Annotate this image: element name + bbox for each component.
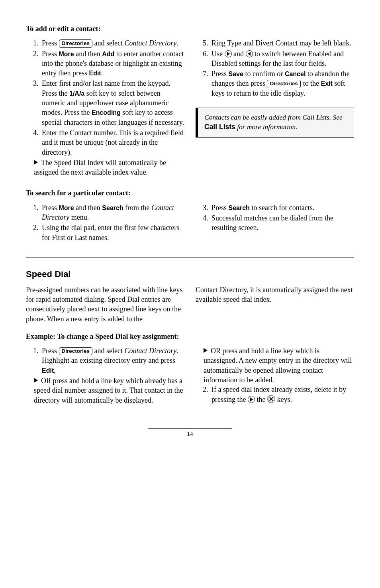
- sd-right-tri: OR press and hold a line key which is un…: [201, 346, 354, 385]
- edit-softkey: Edit: [89, 70, 101, 77]
- menu-item: Contact Directory: [125, 347, 177, 355]
- search-softkey: Search: [102, 205, 123, 211]
- cancel-softkey: Cancel: [285, 71, 306, 77]
- text: menu.: [69, 213, 89, 221]
- text: and then: [74, 50, 102, 58]
- text: .: [101, 69, 103, 77]
- add-step-7: Press Save to confirm or Cancel to aband…: [210, 69, 354, 98]
- text: ,: [54, 366, 56, 374]
- encoding-softkey: Encoding: [92, 109, 121, 116]
- save-softkey: Save: [229, 71, 243, 77]
- speed-dial-columns: Press Directories and select Contact Dir…: [26, 346, 354, 405]
- text: and select: [92, 347, 124, 355]
- menu-item: Contact Directory: [125, 39, 177, 47]
- directories-key: Directories: [59, 39, 93, 47]
- triangle-bullet-icon: [34, 160, 38, 165]
- search-columns: Press More and then Search from the Cont…: [26, 203, 354, 243]
- sd-right: OR press and hold a line key which is un…: [196, 346, 354, 405]
- search-left: Press More and then Search from the Cont…: [26, 203, 184, 243]
- search-step-1: Press More and then Search from the Cont…: [40, 203, 184, 222]
- directories-key: Directories: [267, 80, 301, 88]
- sd-intro-left: Pre-assigned numbers can be associated w…: [26, 285, 184, 328]
- note-text-2: for more information.: [235, 123, 298, 131]
- note-bold: Call Lists: [204, 123, 235, 131]
- text: Press: [42, 50, 59, 58]
- text: The Speed Dial Index will automatically …: [34, 159, 166, 176]
- heading-search: To search for a particular contact:: [26, 188, 354, 198]
- triangle-bullet-icon: [204, 348, 208, 353]
- text: keys.: [275, 395, 292, 403]
- text: Press: [42, 204, 59, 212]
- text: from the: [123, 204, 151, 212]
- text: and: [232, 50, 246, 58]
- text: Use: [212, 50, 225, 58]
- text: .: [176, 39, 178, 47]
- add-step-6: Use and to switch between Enabled and Di…: [210, 49, 354, 69]
- right-arrow-icon: [248, 396, 255, 403]
- text: and select: [92, 39, 124, 47]
- add-edit-left: Press Directories and select Contact Dir…: [26, 38, 184, 177]
- sd-left: Press Directories and select Contact Dir…: [26, 346, 184, 405]
- speed-dial-intro: Pre-assigned numbers can be associated w…: [26, 285, 354, 328]
- text: and then: [74, 204, 102, 212]
- search-step-4: Successful matches can be dialed from th…: [210, 213, 354, 233]
- more-softkey: More: [59, 51, 74, 57]
- note-text-1: Contacts can be easily added from Call L…: [204, 113, 343, 121]
- right-arrow-icon: [225, 50, 232, 57]
- edit-softkey: Edit: [42, 367, 54, 374]
- triangle-bullet-icon: [34, 378, 38, 383]
- text: OR press and hold a line key which alrea…: [34, 377, 183, 404]
- sd-para-1: Pre-assigned numbers can be associated w…: [26, 285, 184, 324]
- text: to search for contacts.: [250, 204, 314, 212]
- sd-step-1: Press Directories and select Contact Dir…: [40, 346, 184, 375]
- heading-add-edit: To add or edit a contact:: [26, 24, 354, 33]
- add-step-4: Enter the Contact number. This is a requ…: [40, 128, 184, 157]
- add-step-tri: The Speed Dial Index will automatically …: [31, 158, 184, 177]
- add-softkey: Add: [102, 51, 114, 57]
- text: Press: [42, 347, 59, 355]
- search-softkey: Search: [229, 205, 250, 211]
- search-step-2: Using the dial pad, enter the first few …: [40, 223, 184, 242]
- heading-speed-dial: Speed Dial: [26, 268, 354, 280]
- add-step-5: Ring Type and Divert Contact may be left…: [210, 38, 354, 48]
- exit-softkey: Exit: [321, 80, 333, 87]
- add-edit-columns: Press Directories and select Contact Dir…: [26, 38, 354, 177]
- note-box: Contacts can be easily added from Call L…: [196, 108, 354, 138]
- search-step-3: Press Search to search for contacts.: [210, 203, 354, 212]
- page-number: 14: [148, 428, 232, 438]
- heading-sd-example: Example: To change a Speed Dial key assi…: [26, 332, 354, 341]
- sd-intro-right: Contact Directory, it is automatically a…: [196, 285, 354, 328]
- text: or the: [301, 79, 321, 87]
- add-step-3: Enter first and/or last name from the ke…: [40, 79, 184, 127]
- directories-key: Directories: [59, 347, 93, 355]
- text: the: [255, 395, 267, 403]
- search-right: Press Search to search for contacts. Suc…: [196, 203, 354, 243]
- text: Press: [42, 39, 59, 47]
- left-arrow-icon: [246, 50, 253, 57]
- oneAa-softkey: 1/A/a: [69, 90, 84, 97]
- sd-para-2: Contact Directory, it is automatically a…: [196, 285, 354, 305]
- sd-left-tri: OR press and hold a line key which alrea…: [31, 376, 184, 405]
- delete-icon: [267, 395, 275, 403]
- add-step-2: Press More and then Add to enter another…: [40, 49, 184, 78]
- text: OR press and hold a line key which is un…: [204, 347, 352, 384]
- more-softkey: More: [59, 205, 74, 211]
- add-edit-right: Ring Type and Divert Contact may be left…: [196, 38, 354, 177]
- add-step-1: Press Directories and select Contact Dir…: [40, 38, 184, 48]
- text: Press: [212, 70, 229, 78]
- section-divider: [26, 258, 354, 258]
- sd-step-2: If a speed dial index already exists, de…: [210, 385, 354, 404]
- text: to confirm or: [243, 70, 285, 78]
- text: Press: [212, 204, 229, 212]
